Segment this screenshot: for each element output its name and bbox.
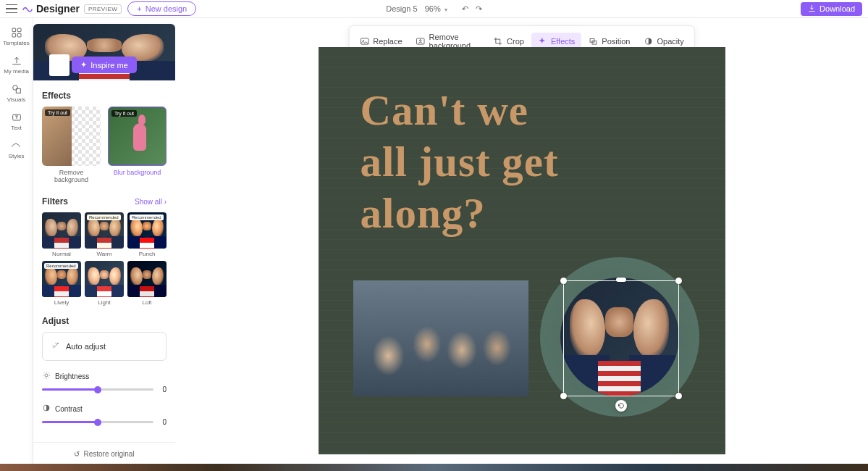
filter-label: Light: [85, 299, 124, 306]
chevron-down-icon: ▾: [444, 7, 447, 13]
rail-mymedia[interactable]: My media: [4, 55, 29, 75]
svg-rect-0: [12, 28, 16, 32]
rail-visuals[interactable]: Visuals: [7, 83, 26, 103]
filter-punch[interactable]: Recommended Punch: [127, 212, 167, 257]
slider-thumb[interactable]: [94, 386, 101, 393]
position-icon: [588, 36, 598, 46]
filter-lively[interactable]: Recommended Lively: [42, 261, 81, 306]
menu-icon[interactable]: [6, 3, 17, 14]
effect-label: Blur background: [108, 169, 167, 176]
recommended-badge: Recommended: [44, 263, 78, 269]
restore-label: Restore original: [83, 450, 134, 458]
contrast-slider[interactable]: Contrast 0: [42, 404, 167, 426]
download-button[interactable]: Download: [801, 2, 862, 16]
rail-templates[interactable]: Templates: [3, 27, 29, 46]
filter-label: Punch: [127, 251, 167, 257]
brand-name: Designer: [36, 3, 80, 14]
panel-scroll[interactable]: Effects Try it out Remove background Try…: [33, 80, 175, 442]
slider-value: 0: [159, 418, 167, 426]
auto-adjust-button[interactable]: Auto adjust: [42, 332, 167, 361]
undo-icon[interactable]: ↶: [462, 4, 468, 14]
rotate-handle[interactable]: [615, 400, 627, 412]
crop-icon: [493, 36, 503, 46]
filter-label: Lively: [42, 299, 81, 306]
filter-light[interactable]: Light: [85, 261, 124, 306]
try-badge: Try it out: [111, 110, 137, 117]
download-label: Download: [819, 4, 855, 13]
slider-thumb[interactable]: [94, 419, 101, 426]
svg-rect-1: [17, 28, 21, 32]
text-icon: [11, 112, 22, 123]
resize-handle-tl[interactable]: [560, 278, 567, 284]
recommended-badge: Recommended: [130, 214, 164, 220]
auto-adjust-label: Auto adjust: [66, 342, 106, 351]
image-icon: [359, 36, 369, 46]
canvas-area: Replace Remove background Crop Effects P…: [175, 18, 868, 471]
filter-label: Normal: [42, 251, 81, 257]
selection-bounding-box[interactable]: [563, 280, 679, 396]
top-bar: Designer PREVIEW + New design Design 5 9…: [0, 0, 868, 18]
brightness-icon: [42, 371, 51, 381]
preview-badge: PREVIEW: [84, 4, 122, 14]
opacity-icon: [643, 36, 653, 46]
restore-original-button[interactable]: ↺ Restore original: [33, 442, 175, 465]
contrast-icon: [42, 404, 51, 414]
wand-icon: [51, 341, 60, 351]
slider-label: Contrast: [55, 405, 83, 413]
resize-handle-tr[interactable]: [675, 278, 682, 284]
effect-blur-bg[interactable]: Try it out Blur background: [108, 107, 167, 183]
shapes-icon: [11, 83, 22, 95]
filter-warm[interactable]: Recommended Warm: [85, 212, 124, 257]
styles-icon: [10, 140, 22, 151]
zoom-control[interactable]: 96% ▾: [425, 4, 447, 13]
rail-text[interactable]: Text: [11, 112, 22, 131]
headline-line: all just get: [361, 136, 559, 188]
hero-preview: ✦ Inspire me: [33, 24, 175, 80]
filter-normal[interactable]: Normal: [42, 212, 81, 257]
show-all-link[interactable]: Show all ›: [135, 198, 167, 206]
adjust-title: Adjust: [42, 316, 167, 326]
chevron-right-icon: ›: [164, 198, 167, 206]
resize-handle-tm[interactable]: [616, 278, 626, 282]
zoom-value: 96%: [425, 4, 441, 13]
svg-rect-3: [17, 33, 21, 37]
new-design-button[interactable]: + New design: [127, 1, 196, 16]
slider-label: Brightness: [55, 372, 89, 380]
resize-handle-bl[interactable]: [560, 393, 567, 399]
remove-bg-icon: [416, 36, 426, 46]
filters-title: Filters: [42, 196, 68, 207]
effect-remove-bg[interactable]: Try it out Remove background: [42, 107, 101, 183]
design-name[interactable]: Design 5: [386, 4, 417, 13]
filter-label: Lofi: [127, 299, 167, 306]
plus-icon: +: [137, 4, 141, 13]
svg-point-7: [45, 374, 48, 377]
inspire-label: Inspire me: [90, 61, 127, 70]
restore-icon: ↺: [74, 450, 80, 458]
rail-label: Styles: [9, 153, 25, 159]
effects-title: Effects: [42, 91, 167, 101]
topbar-center: Design 5 96% ▾ ↶ ↷: [386, 4, 482, 14]
design-canvas[interactable]: Can't we all just get along?: [319, 47, 725, 454]
rail-label: Templates: [3, 40, 29, 46]
recommended-badge: Recommended: [87, 214, 121, 220]
brightness-slider[interactable]: Brightness 0: [42, 371, 167, 393]
redo-icon[interactable]: ↷: [476, 4, 482, 14]
rail-styles[interactable]: Styles: [9, 140, 25, 159]
rail-label: My media: [4, 68, 29, 75]
filter-label: Warm: [85, 251, 124, 257]
inspire-button[interactable]: ✦ Inspire me: [72, 57, 136, 73]
logo-icon: [22, 3, 33, 14]
headline-line: Can't we: [361, 85, 559, 136]
slider-value: 0: [159, 385, 167, 393]
new-design-label: New design: [146, 4, 187, 13]
effects-icon: [537, 36, 547, 46]
crowd-image[interactable]: [353, 280, 528, 396]
bottom-strip: [0, 464, 868, 471]
effect-label: Remove background: [42, 169, 101, 183]
filter-lofi[interactable]: Lofi: [127, 261, 167, 306]
headline-line: along?: [361, 188, 559, 239]
templates-icon: [11, 27, 22, 38]
resize-handle-br[interactable]: [675, 393, 682, 399]
headline-text[interactable]: Can't we all just get along?: [361, 85, 559, 238]
left-rail: Templates My media Visuals Text Styles: [0, 18, 33, 471]
